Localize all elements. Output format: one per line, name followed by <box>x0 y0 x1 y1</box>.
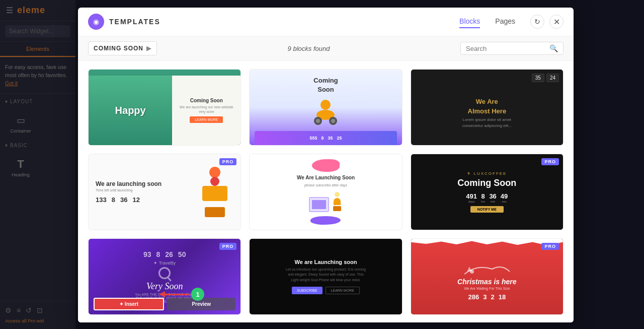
category-button[interactable]: COMING SOON ▶ <box>88 41 157 55</box>
preview-btn-2[interactable]: Preview <box>327 129 397 141</box>
preview-btn-5[interactable]: Preview <box>327 214 397 226</box>
tab-pages[interactable]: Pages <box>495 15 515 28</box>
templates-modal: ◉ TEMPLATES Blocks Pages ↻ ✕ COMING SOON… <box>78 8 574 322</box>
refresh-button[interactable]: ↻ <box>530 15 544 29</box>
pro-badge-9: PRO <box>541 243 559 250</box>
preview-btn-7[interactable]: Preview <box>167 298 235 310</box>
block-card-2[interactable]: Coming Soon <box>249 69 402 146</box>
preview-btn-3[interactable]: Preview <box>488 129 558 141</box>
block-card-4[interactable]: We are launching soon Time left until la… <box>88 154 241 230</box>
tab-blocks[interactable]: Blocks <box>459 15 480 28</box>
modal-subheader: COMING SOON ▶ 9 blocks found 🔍 <box>78 36 574 61</box>
insert-btn-3[interactable]: ✦ Insert <box>416 129 485 141</box>
svg-point-5 <box>331 119 335 123</box>
preview-btn-8[interactable]: Preview <box>327 299 397 310</box>
insert-btn-4[interactable]: ✦ Insert <box>94 214 163 226</box>
category-label: COMING SOON <box>94 45 143 52</box>
modal-logo: ◉ <box>88 14 104 30</box>
block-card-5[interactable]: We Are Launching Soon please subscribe a… <box>249 154 402 230</box>
block-card-8[interactable]: We are Launching soon Let us introduce o… <box>249 238 402 315</box>
block-card-6[interactable]: ⚜ LUXCOFFEE Coming Soon 491days 8hrs 36m… <box>411 154 564 230</box>
preview-btn-9[interactable]: Preview <box>488 299 558 310</box>
search-bar: 🔍 <box>460 42 564 55</box>
modal-actions: ↻ ✕ <box>530 15 564 29</box>
insert-btn-8[interactable]: ✦ Insert <box>255 299 324 310</box>
preview-btn-6[interactable]: Preview <box>488 214 558 226</box>
modal-header: ◉ TEMPLATES Blocks Pages ↻ ✕ <box>78 8 574 36</box>
pro-badge-6: PRO <box>541 158 559 165</box>
block-7-actions: ✦ Insert Preview <box>89 294 240 314</box>
category-arrow-icon: ▶ <box>146 45 151 52</box>
block-card-7[interactable]: 93 8 26 50 ✦ TraveBy Very Soon You ARE T <box>88 238 241 315</box>
block-card-9[interactable]: Christmas is here We Are Waiting For Thi… <box>411 238 564 315</box>
blocks-count: 9 blocks found <box>288 45 330 52</box>
preview-btn-4[interactable]: Preview <box>166 214 235 226</box>
search-input[interactable] <box>466 45 546 52</box>
insert-btn-2[interactable]: ✦ Insert <box>255 129 324 141</box>
svg-point-4 <box>316 119 320 123</box>
insert-btn-1[interactable]: ✦ Insert <box>94 129 163 141</box>
insert-btn-6[interactable]: ✦ Insert <box>416 214 485 226</box>
search-icon: 🔍 <box>549 44 558 52</box>
pro-badge-7: PRO <box>219 243 237 250</box>
blocks-grid: Happy Coming Soon We are launching our n… <box>88 69 564 315</box>
modal-tabs: Blocks Pages <box>459 15 515 28</box>
block-card-3[interactable]: 35 24 We Are Almost Here Lorem ipsum dol… <box>411 69 564 146</box>
svg-point-0 <box>320 100 331 110</box>
close-button[interactable]: ✕ <box>549 15 564 29</box>
insert-btn-9[interactable]: ✦ Insert <box>416 299 485 310</box>
block-card-1[interactable]: Happy Coming Soon We are launching our n… <box>88 69 241 146</box>
svg-marker-7 <box>467 267 472 272</box>
insert-btn-7[interactable]: ✦ Insert <box>94 298 164 310</box>
insert-btn-5[interactable]: ✦ Insert <box>255 214 324 226</box>
modal-title: TEMPLATES <box>109 18 160 26</box>
pro-badge-4: PRO <box>219 158 237 165</box>
modal-body[interactable]: Happy Coming Soon We are launching our n… <box>78 61 574 322</box>
preview-btn-1[interactable]: Preview <box>166 129 235 141</box>
